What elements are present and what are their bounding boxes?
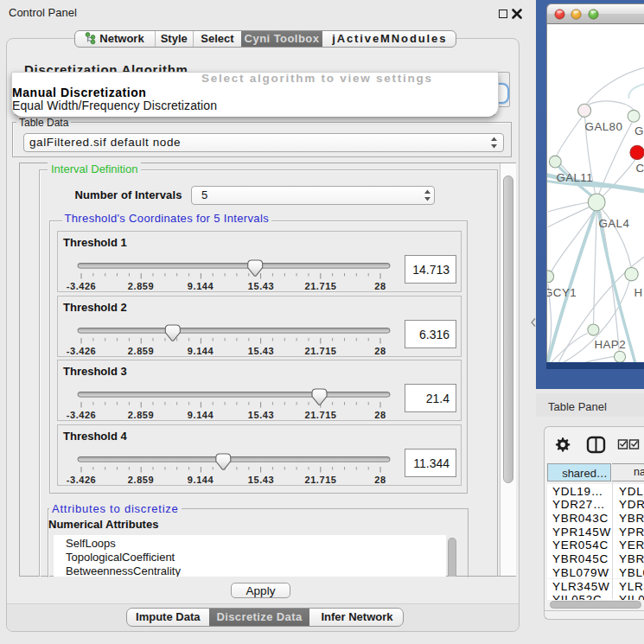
svg-text:GCY1: GCY1 (546, 286, 577, 299)
svg-text:C: C (636, 162, 644, 175)
svg-text:GAL4: GAL4 (598, 217, 629, 230)
svg-text:GAL11: GAL11 (556, 171, 593, 184)
svg-text:HAP2: HAP2 (595, 338, 627, 351)
svg-text:GAL80: GAL80 (585, 120, 623, 133)
svg-text:H: H (634, 286, 643, 299)
svg-text:GA: GA (634, 124, 644, 137)
